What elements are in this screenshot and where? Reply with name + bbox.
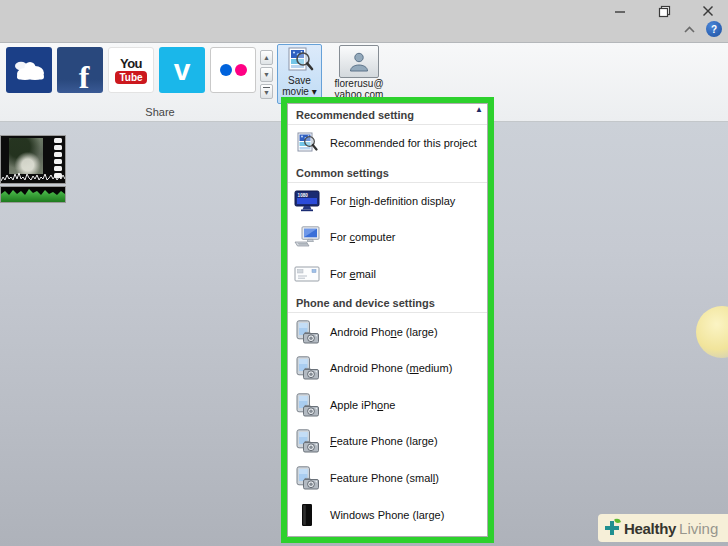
menu-item-hd-display[interactable]: 1080 For high-definition display: [288, 183, 487, 220]
facebook-share-button[interactable]: f: [57, 47, 103, 93]
menu-item-label: For email: [330, 268, 376, 280]
triangle-up-icon: ▲: [263, 54, 270, 61]
vimeo-share-button[interactable]: v: [159, 47, 205, 93]
onedrive-share-button[interactable]: [6, 47, 52, 93]
highlight-ball: [696, 306, 728, 358]
menu-item-label: Android Phone (medium): [330, 362, 452, 374]
menu-header-label: Common settings: [296, 167, 389, 179]
restore-button[interactable]: [650, 2, 678, 20]
phone-camera-icon: [288, 393, 326, 417]
account-email-1: florerusu@: [334, 78, 383, 89]
gallery-more-button[interactable]: ▼: [260, 84, 273, 99]
menu-item-label: Recommended for this project: [330, 137, 477, 149]
onedrive-icon: [11, 57, 47, 83]
menu-item-label: For computer: [330, 231, 395, 243]
windows-phone-icon: [288, 503, 326, 527]
menu-header-common: Common settings: [288, 162, 487, 183]
menu-item-android-large[interactable]: Android Phone (large): [288, 313, 487, 350]
hd-display-icon: 1080: [288, 190, 326, 212]
menu-item-feature-large[interactable]: Feature Phone (large): [288, 423, 487, 460]
more-bar: [263, 87, 270, 88]
menu-header-recommended: Recommended setting: [288, 104, 487, 125]
minimize-button[interactable]: [606, 2, 634, 20]
collapse-ribbon-button[interactable]: [680, 21, 698, 37]
vimeo-icon: v: [174, 55, 191, 85]
save-movie-menu: ▲ Recommended setting Recommended for th…: [287, 103, 488, 537]
menu-header-phone: Phone and device settings: [288, 292, 487, 313]
gallery-scroll: ▲ ▼ ▼: [260, 50, 273, 99]
menu-item-feature-small[interactable]: Feature Phone (small): [288, 460, 487, 497]
menu-item-label: Windows Phone (large): [330, 509, 444, 521]
menu-header-label: Recommended setting: [296, 109, 414, 121]
dropdown-arrow-icon: ▾: [312, 86, 317, 97]
phone-camera-icon: [288, 320, 326, 344]
menu-item-apple-iphone[interactable]: Apple iPhone: [288, 387, 487, 424]
menu-item-windows-large[interactable]: Windows Phone (large): [288, 496, 487, 533]
menu-item-android-medium[interactable]: Android Phone (medium): [288, 350, 487, 387]
gallery-scroll-down-button[interactable]: ▼: [260, 67, 273, 82]
menu-item-label: Feature Phone (large): [330, 435, 438, 447]
phone-camera-icon: [288, 466, 326, 490]
facebook-icon: f: [79, 59, 90, 94]
window-controls: [606, 2, 722, 20]
share-tiles: f You Tube v: [6, 47, 256, 93]
gallery-scroll-up-button[interactable]: ▲: [260, 50, 273, 65]
triangle-down-icon: ▼: [263, 71, 270, 78]
menu-item-label: Apple iPhone: [330, 399, 395, 411]
youtube-icon: You: [120, 57, 142, 70]
watermark-bold-text: Healthy: [624, 520, 676, 537]
help-glyph: ?: [711, 24, 717, 35]
share-group-label: Share: [0, 106, 320, 118]
movie-project-icon: [288, 132, 326, 154]
clip-green-waveform[interactable]: [0, 186, 66, 203]
minimize-icon: [614, 5, 626, 17]
person-icon: [348, 50, 370, 74]
flickr-dot-pink: [235, 64, 247, 76]
watermark-light-text: Living: [679, 520, 718, 537]
help-button[interactable]: ?: [706, 21, 722, 37]
plus-leaf-icon: [602, 518, 622, 538]
menu-scroll-up-button[interactable]: ▲: [475, 106, 483, 114]
email-icon: [288, 264, 326, 284]
menu-item-recommended-project[interactable]: Recommended for this project: [288, 125, 487, 162]
flickr-icon: [220, 64, 232, 76]
menu-item-label: For high-definition display: [330, 195, 455, 207]
title-bar: ?: [0, 0, 728, 43]
computer-icon: [288, 226, 326, 248]
youtube-badge: Tube: [115, 71, 146, 84]
clip-thumbnail[interactable]: [0, 135, 66, 184]
save-movie-label-2: movie: [282, 86, 309, 97]
phone-camera-icon: [288, 429, 326, 453]
highlight-box: ▲ Recommended setting Recommended for th…: [281, 97, 494, 543]
flickr-share-button[interactable]: [210, 47, 256, 93]
close-button[interactable]: [694, 2, 722, 20]
menu-item-computer[interactable]: For computer: [288, 219, 487, 256]
chevron-up-icon: [684, 26, 695, 33]
menu-header-label: Phone and device settings: [296, 297, 435, 309]
clip-frame-image: [9, 138, 43, 174]
watermark: Healthy Living: [598, 514, 728, 542]
menu-item-label: Feature Phone (small): [330, 472, 439, 484]
account-avatar-frame: [339, 45, 379, 78]
save-movie-icon: [286, 47, 314, 75]
save-movie-label-1: Save: [288, 75, 311, 86]
save-movie-button[interactable]: Save movie ▾: [277, 44, 322, 104]
audio-waveform-icon: [1, 171, 65, 183]
movie-maker-window: ? f You Tube v: [0, 0, 728, 546]
restore-icon: [658, 5, 671, 18]
phone-camera-icon: [288, 356, 326, 380]
menu-item-label: Android Phone (large): [330, 326, 438, 338]
menu-item-email[interactable]: For email: [288, 256, 487, 293]
close-icon: [702, 5, 714, 17]
ribbon-meta-controls: ?: [680, 21, 722, 37]
youtube-share-button[interactable]: You Tube: [108, 47, 154, 93]
hd-badge: 1080: [298, 193, 309, 198]
triangle-down-icon: ▼: [263, 89, 270, 96]
green-waveform-icon: [1, 187, 65, 202]
